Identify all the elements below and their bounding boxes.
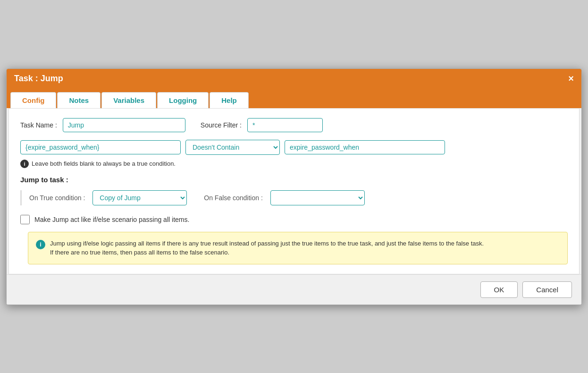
dialog: Task : Jump × Config Notes Variables Log…	[6, 68, 582, 305]
task-source-row: Task Name : Source Filter :	[20, 118, 568, 132]
condition-field-input[interactable]	[20, 140, 181, 154]
info-box: i Jump using if/else logic passing all i…	[28, 232, 568, 264]
title-bar: Task : Jump ×	[7, 69, 581, 88]
task-name-input[interactable]	[63, 118, 185, 132]
condition-row: Contains Doesn't Contain Equals Doesn't …	[20, 140, 568, 155]
source-filter-label: Source Filter :	[201, 121, 242, 129]
tab-config[interactable]: Config	[10, 92, 56, 108]
jump-conditions: On True condition : Copy of Jump Jump Ot…	[20, 190, 568, 205]
on-true-select[interactable]: Copy of Jump Jump Other Task	[92, 190, 187, 205]
ok-button[interactable]: OK	[480, 281, 518, 298]
condition-operator-select[interactable]: Contains Doesn't Contain Equals Doesn't …	[185, 140, 280, 155]
make-jump-label: Make Jump act like if/else scenario pass…	[34, 216, 189, 223]
tab-logging[interactable]: Logging	[157, 92, 209, 108]
info-text: Leave both fields blank to always be a t…	[32, 160, 176, 167]
source-filter-input[interactable]	[247, 118, 323, 132]
jump-to-task-label: Jump to task :	[20, 176, 568, 184]
info-box-text: Jump using if/else logic passing all ite…	[50, 239, 484, 257]
task-name-label: Task Name :	[20, 121, 57, 129]
tab-notes[interactable]: Notes	[57, 92, 101, 108]
condition-value-input[interactable]	[285, 140, 445, 154]
info-icon: i	[20, 160, 29, 168]
tab-help[interactable]: Help	[210, 92, 249, 108]
make-jump-checkbox[interactable]	[20, 215, 30, 224]
info-text-row: i Leave both fields blank to always be a…	[20, 160, 568, 168]
footer: OK Cancel	[7, 274, 581, 305]
tabs-bar: Config Notes Variables Logging Help	[7, 88, 581, 108]
cancel-button[interactable]: Cancel	[522, 281, 572, 298]
on-true-label: On True condition :	[29, 194, 85, 202]
tab-variables[interactable]: Variables	[101, 92, 156, 108]
dialog-title: Task : Jump	[14, 74, 63, 84]
content-area: Task Name : Source Filter : Contains Doe…	[8, 108, 580, 274]
info-box-icon: i	[36, 240, 45, 249]
close-button[interactable]: ×	[568, 74, 574, 83]
on-false-select[interactable]	[270, 190, 365, 205]
on-false-label: On False condition :	[204, 194, 263, 202]
make-jump-row: Make Jump act like if/else scenario pass…	[20, 215, 568, 224]
